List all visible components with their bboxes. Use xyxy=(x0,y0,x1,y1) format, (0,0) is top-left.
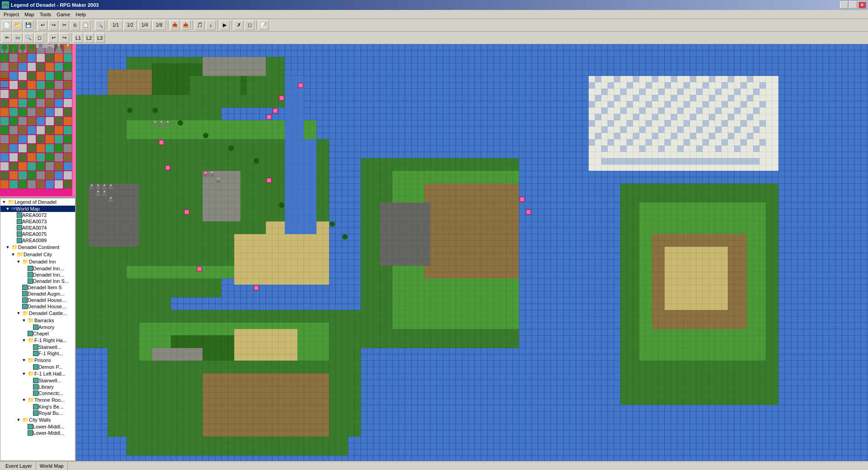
title-bar: 🎮 Legend of Denadel - RPG Maker 2003 _ □… xyxy=(0,0,868,10)
tree-item-lower-middl1[interactable]: Lower-Middl... xyxy=(0,423,75,430)
tree-item-denadel-inn-3[interactable]: Denadel Inn S... xyxy=(0,278,75,284)
copy-button[interactable]: ⎘ xyxy=(70,20,80,30)
scale4-button[interactable]: 1/4 xyxy=(138,20,151,30)
close-button[interactable]: ✕ xyxy=(858,1,866,9)
tree-label-denadel-city: Denadel City xyxy=(24,252,52,257)
scale2-button[interactable]: 1/2 xyxy=(123,20,137,30)
music2-button[interactable]: ♪ xyxy=(206,20,216,30)
tree-label-stairwell1: Stairwell... xyxy=(38,344,61,350)
tree-item-stairwell2[interactable]: Stairwell... xyxy=(0,377,75,384)
layer1-button[interactable]: L1 xyxy=(73,33,83,43)
redo2-button[interactable]: ↪ xyxy=(59,33,69,43)
tileset-canvas[interactable] xyxy=(0,44,72,196)
separator-7 xyxy=(231,21,232,30)
tree-item-area0089[interactable]: AREA0089 xyxy=(0,237,75,244)
tree-toggle-root[interactable]: ▼ xyxy=(0,200,8,204)
tree-item-armory[interactable]: Armory xyxy=(0,324,75,330)
new-button[interactable]: 📄 xyxy=(2,20,12,30)
pencil-button[interactable]: ✏ xyxy=(2,33,12,43)
tree-item-demon-p[interactable]: Demon P... xyxy=(0,364,75,370)
select-button[interactable]: ◻ xyxy=(34,33,44,43)
tree-label-area0075: AREA0075 xyxy=(22,231,47,237)
tree-item-area0075[interactable]: AREA0075 xyxy=(0,231,75,237)
cut-button[interactable]: ✂ xyxy=(59,20,69,30)
tree-item-denadel-castle[interactable]: ▼ 📁 Denadel Castle... xyxy=(0,310,75,317)
tree-item-kings-be[interactable]: King's Be... xyxy=(0,404,75,410)
tree-item-denadel-inn[interactable]: ▼ 📁 Denadel Inn xyxy=(0,258,75,265)
separator-3 xyxy=(107,21,107,30)
tree-item-f1-left-hall[interactable]: ▼ 📁 F-1 Left Hall... xyxy=(0,370,75,377)
import-button[interactable]: 📥 xyxy=(170,20,180,30)
tree-item-denadel-inn-1[interactable]: Denadel Inn... xyxy=(0,265,75,272)
tree-item-f1-right[interactable]: F-1 Right... xyxy=(0,350,75,357)
tree-item-prisons[interactable]: ▼ 📁 Prisons xyxy=(0,357,75,364)
folder-icon-castle: 📁 xyxy=(22,310,29,316)
tree-item-area0072[interactable]: AREA0072 xyxy=(0,212,75,218)
tree-item-denadel-continent[interactable]: ▼ 📁 Denadel Continent xyxy=(0,244,75,251)
tree-label-denadel-continent: Denadel Continent xyxy=(18,244,59,250)
redo-button[interactable]: ↪ xyxy=(48,20,58,30)
tree-item-barracks[interactable]: ▼ 📁 Barracks xyxy=(0,317,75,324)
tree-item-denadel-item-s[interactable]: Denadel Item S xyxy=(0,284,75,291)
menu-game[interactable]: Game xyxy=(54,11,73,18)
x-button[interactable]: ✗ xyxy=(234,20,244,30)
layer2-button[interactable]: L2 xyxy=(84,33,94,43)
tileset-area[interactable] xyxy=(0,44,75,198)
zoom-in-button[interactable]: 🔍 xyxy=(95,20,105,30)
tree-label-barracks: Barracks xyxy=(34,318,54,323)
tree-item-denadel-house2[interactable]: Denadel House... xyxy=(0,303,75,310)
tree-item-denadel-house1[interactable]: Denadel House... xyxy=(0,297,75,303)
maximize-button[interactable]: □ xyxy=(849,1,857,9)
music-button[interactable]: 🎵 xyxy=(195,20,205,30)
folder-icon-prisons: 📁 xyxy=(28,357,34,363)
tree-item-denadel-inn-2[interactable]: Denadel Inn... xyxy=(0,272,75,278)
undo2-button[interactable]: ↩ xyxy=(48,33,58,43)
menu-tools[interactable]: Tools xyxy=(37,11,54,18)
tree-item-denadel-city[interactable]: ▼ 📁 Denadel City xyxy=(0,251,75,258)
tree-item-area0074[interactable]: AREA0074 xyxy=(0,225,75,231)
scale1-button[interactable]: 1/1 xyxy=(109,20,123,30)
tree-item-denadel-augm[interactable]: Denadel Augm... xyxy=(0,291,75,297)
tree-scrollable[interactable]: ▼ 📁 Legend of Denadel ▼ 🗺 World Map AREA… xyxy=(0,198,75,461)
map-area[interactable] xyxy=(76,44,868,461)
tree-item-library[interactable]: Library xyxy=(0,384,75,390)
tree-item-royal-bu[interactable]: Royal Bu... xyxy=(0,410,75,416)
map-icon-stairwell2 xyxy=(33,378,38,383)
window-controls[interactable]: _ □ ✕ xyxy=(840,1,866,9)
minimize-button[interactable]: _ xyxy=(840,1,848,9)
rect-select-button[interactable]: ▭ xyxy=(13,33,23,43)
tree-item-connectc[interactable]: Connectc... xyxy=(0,390,75,396)
open-button[interactable]: 📂 xyxy=(13,20,23,30)
tree-toggle-world-map[interactable]: ▼ xyxy=(4,207,11,211)
undo-button[interactable]: ↩ xyxy=(38,20,47,30)
tree-item-throne-room[interactable]: ▼ 📁 Throne Roo... xyxy=(0,396,75,404)
scale8-button[interactable]: 1/8 xyxy=(152,20,166,30)
save-button[interactable]: 💾 xyxy=(24,20,33,30)
run-button[interactable]: ▶ xyxy=(220,20,230,30)
tree-label-f1-right: F-1 Right... xyxy=(38,351,63,356)
tree-label-house2: Denadel House... xyxy=(28,304,66,309)
tree-scrollbar-h[interactable]: ▶ xyxy=(0,461,75,461)
tree-item-lower-middl2[interactable]: Lower-Middl... xyxy=(0,430,75,436)
tree-item-stairwell1[interactable]: Stairwell... xyxy=(0,344,75,350)
tree-item-area0073[interactable]: AREA0073 xyxy=(0,218,75,225)
paste-button[interactable]: 📋 xyxy=(81,20,91,30)
world-map-canvas[interactable] xyxy=(76,44,868,461)
tree-label-library: Library xyxy=(38,384,54,390)
script-button[interactable]: 📝 xyxy=(259,20,269,30)
tree-label-chapel: Chapel xyxy=(33,331,49,336)
tree-item-world-map[interactable]: ▼ 🗺 World Map xyxy=(0,206,75,212)
menu-project[interactable]: Project xyxy=(1,11,22,18)
zoom-tool-button[interactable]: 🔍 xyxy=(24,33,33,43)
menu-map[interactable]: Map xyxy=(22,11,37,18)
tree-root[interactable]: ▼ 📁 Legend of Denadel xyxy=(0,198,75,206)
tree-item-city-walls[interactable]: ▼ 📁 City Walls xyxy=(0,416,75,423)
tree-label-area0089: AREA0089 xyxy=(22,238,47,243)
tree-item-f1-right-ha[interactable]: ▼ 📁 F-1 Right Ha... xyxy=(0,337,75,344)
folder-icon-inn: 📁 xyxy=(22,258,29,265)
layer3-button[interactable]: L3 xyxy=(95,33,105,43)
menu-help[interactable]: Help xyxy=(73,11,89,18)
export-button[interactable]: 📤 xyxy=(181,20,191,30)
tree-item-chapel[interactable]: Chapel xyxy=(0,330,75,337)
eraser-button[interactable]: ◻ xyxy=(245,20,255,30)
